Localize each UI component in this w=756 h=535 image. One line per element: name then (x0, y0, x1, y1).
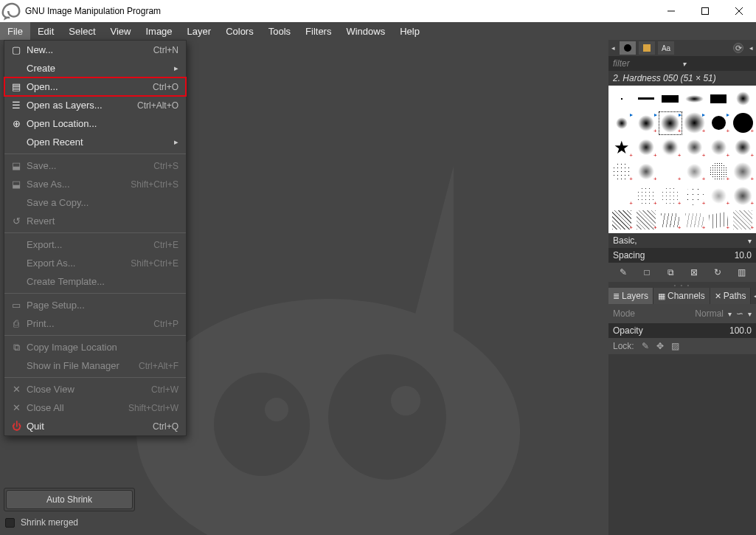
file-menu-open-location[interactable]: ⊕Open Location... (4, 114, 186, 133)
menu-item-accelerator: Ctrl+E (153, 240, 178, 250)
menu-item-label: Export As... (24, 258, 131, 269)
menu-item-label: Show in File Manager (24, 360, 139, 371)
lock-pixels-icon[interactable]: ✎ (642, 341, 649, 351)
file-menu-show-in-file-manager: Show in File ManagerCtrl+Alt+F (4, 356, 186, 375)
tab-paths[interactable]: ✕Paths (710, 288, 752, 304)
save-icon: ⬓ (9, 160, 24, 171)
open-as-image-icon[interactable]: ▥ (735, 266, 748, 279)
opacity-label: Opacity (613, 325, 643, 336)
close-button[interactable] (722, 0, 756, 22)
refresh-brushes-icon[interactable]: ↻ (711, 266, 724, 279)
right-dock: ◂ Aa ⟳ ◂ filter ▾ 2. Hardness 050 (51 × … (608, 40, 756, 535)
globe-icon: ⊕ (9, 118, 24, 129)
menu-edit[interactable]: Edit (30, 22, 61, 40)
menu-file[interactable]: File (0, 22, 30, 40)
file-menu-create[interactable]: Create▸ (4, 59, 186, 77)
print-icon: ⎙ (9, 318, 24, 329)
menu-help[interactable]: Help (392, 22, 427, 40)
mode-switch-icon[interactable]: ∽ (736, 308, 743, 319)
menu-colors[interactable]: Colors (218, 22, 261, 40)
file-menu-new[interactable]: ▢New...Ctrl+N (4, 41, 186, 59)
layer-opacity-input[interactable]: Opacity 100.0 (608, 323, 756, 338)
new-brush-icon[interactable]: □ (640, 266, 653, 279)
menu-tools[interactable]: Tools (261, 22, 298, 40)
menu-item-label: Print... (24, 318, 153, 329)
shrink-merged-label: Shrink merged (21, 517, 78, 528)
wilber-logo-bg (129, 151, 586, 535)
file-menu-revert: ↺Revert (4, 212, 186, 230)
fonts-tab[interactable]: Aa (658, 41, 674, 55)
brushes-tab[interactable] (620, 41, 636, 55)
file-menu-open[interactable]: ▤Open...Ctrl+O (4, 77, 186, 96)
auto-shrink-button[interactable]: Auto Shrink (6, 490, 133, 509)
lock-alpha-icon[interactable]: ▨ (671, 341, 679, 351)
brush-spacing-input[interactable]: Spacing 10.0 (608, 248, 756, 263)
layer-list[interactable] (608, 354, 756, 535)
layer-mode-select[interactable]: Mode Normal ▾ ∽ ▾ (608, 304, 756, 323)
patterns-tab[interactable] (639, 41, 655, 55)
menu-item-label: Close All (24, 402, 128, 413)
new-icon: ▢ (9, 44, 24, 55)
paths-icon: ✕ (715, 291, 721, 301)
lock-label: Lock: (613, 341, 634, 351)
left-tool-options-strip: Auto Shrink Shrink merged (4, 485, 135, 528)
tab-channels[interactable]: ▦Channels (653, 288, 710, 304)
svg-point-6 (624, 44, 631, 52)
menu-item-label: Page Setup... (24, 300, 178, 311)
filter-placeholder: filter (613, 58, 682, 69)
file-menu-save-a-copy: Save a Copy... (4, 193, 186, 212)
brush-preset-select[interactable]: Basic, ▾ (608, 233, 756, 248)
file-menu-export-as: Export As...Shift+Ctrl+E (4, 254, 186, 272)
dock-tab-bar: ◂ Aa ⟳ ◂ (608, 40, 756, 56)
menu-item-label: Save a Copy... (24, 197, 178, 208)
file-menu-quit[interactable]: ⏻QuitCtrl+Q (4, 417, 186, 435)
file-menu-save-as: ⬓Save As...Shift+Ctrl+S (4, 175, 186, 193)
chevron-down-icon: ▾ (728, 310, 732, 318)
menu-item-label: Open Location... (24, 118, 178, 129)
channels-icon: ▦ (658, 291, 665, 301)
menu-item-label: Open as Layers... (24, 100, 137, 111)
svg-rect-7 (643, 44, 651, 52)
page-icon: ▭ (9, 300, 24, 311)
layer-lock-row: Lock: ✎ ✥ ▨ (608, 338, 756, 354)
copy-icon: ⧉ (9, 342, 24, 353)
history-tab[interactable]: ⟳ (733, 43, 743, 53)
maximize-button[interactable] (688, 0, 722, 22)
checkbox-icon (5, 518, 15, 528)
file-menu-open-as-layers[interactable]: ☰Open as Layers...Ctrl+Alt+O (4, 96, 186, 114)
menu-view[interactable]: View (103, 22, 139, 40)
title-bar: GNU Image Manipulation Program (0, 0, 756, 22)
menu-filters[interactable]: Filters (298, 22, 339, 40)
chevron-down-icon: ▾ (748, 237, 752, 245)
menu-item-label: New... (24, 44, 153, 55)
mode-value: Normal (695, 308, 724, 319)
edit-brush-icon[interactable]: ✎ (617, 266, 630, 279)
spacing-value: 10.0 (735, 250, 752, 260)
shrink-merged-checkbox[interactable]: Shrink merged (4, 517, 135, 528)
minimize-button[interactable] (654, 0, 688, 22)
brush-grid[interactable]: ▸ ▸+ ▸+ ▸+ ▸+ + ★+ + + + + + + + + + + +… (608, 86, 756, 233)
spacing-label: Spacing (613, 250, 645, 260)
lock-position-icon[interactable]: ✥ (656, 341, 664, 351)
tab-layers[interactable]: ≣Layers (608, 288, 653, 304)
dock-menu-icon[interactable]: ◂ (611, 44, 615, 52)
brush-filter-input[interactable]: filter ▾ (608, 56, 756, 71)
layers-icon: ≣ (613, 291, 620, 301)
menu-layer[interactable]: Layer (180, 22, 219, 40)
menu-select[interactable]: Select (61, 22, 103, 40)
delete-brush-icon[interactable]: ⊠ (687, 266, 701, 279)
menu-item-label: Copy Image Location (24, 342, 178, 353)
menu-windows[interactable]: Windows (339, 22, 392, 40)
file-menu-open-recent[interactable]: Open Recent▸ (4, 133, 186, 151)
svg-rect-0 (702, 8, 709, 15)
svg-point-5 (391, 386, 420, 415)
file-menu-close-view: ✕Close ViewCtrl+W (4, 380, 186, 398)
duplicate-brush-icon[interactable]: ⧉ (664, 266, 677, 279)
menu-item-label: Save As... (24, 179, 131, 190)
dock-config-icon[interactable]: ◂ (751, 288, 756, 304)
dock-config-icon[interactable]: ◂ (749, 44, 753, 52)
menu-item-label: Save... (24, 160, 153, 171)
chevron-down-icon: ▾ (682, 60, 752, 68)
menu-image[interactable]: Image (138, 22, 179, 40)
menu-item-accelerator: Ctrl+W (151, 384, 178, 395)
